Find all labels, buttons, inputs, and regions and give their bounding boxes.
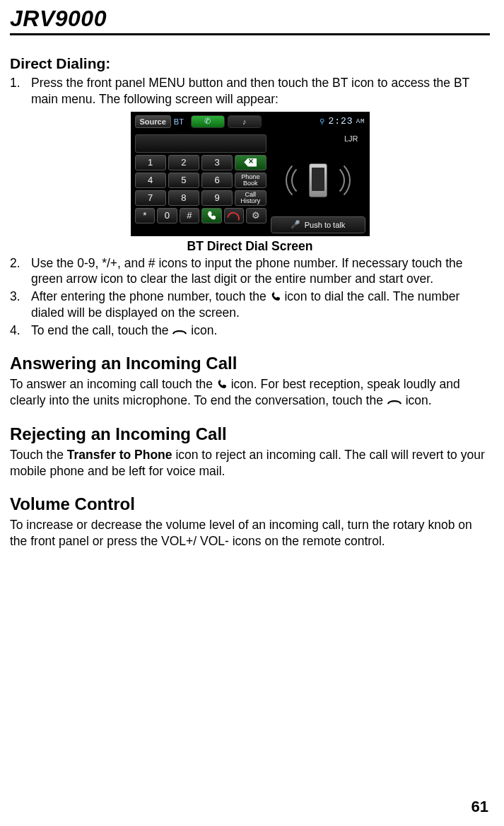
section-rejecting: Rejecting an Incoming Call Touch the Tra… [10, 424, 490, 479]
rejecting-heading: Rejecting an Incoming Call [10, 424, 490, 444]
call-icon [207, 211, 216, 220]
product-title: JRV9000 [10, 6, 490, 32]
answering-heading: Answering an Incoming Call [10, 354, 490, 373]
phone-book-key[interactable]: Phone Book [235, 173, 266, 188]
bt-label: BT [174, 117, 184, 126]
clock: ⚲ 2:23AM [320, 116, 365, 127]
music-tab[interactable]: ♪ [228, 115, 262, 128]
transfer-to-phone-bold: Transfer to Phone [67, 448, 172, 462]
call-key[interactable] [201, 208, 222, 223]
bluetooth-icon: ⚲ [320, 117, 325, 126]
push-to-talk-button[interactable]: 🎤 Push to talk [271, 216, 365, 233]
push-to-talk-label: Push to talk [305, 221, 345, 229]
list-item: 4. To end the call, touch the icon. [10, 322, 490, 339]
key-8[interactable]: 8 [168, 190, 199, 206]
source-button[interactable]: Source [135, 115, 171, 128]
end-call-key[interactable] [224, 208, 245, 223]
call-history-key[interactable]: Call History [235, 190, 266, 206]
title-bar: JRV9000 [10, 6, 490, 35]
direct-dialing-list: 1. Press the front panel MENU button and… [10, 75, 490, 107]
volume-heading: Volume Control [10, 494, 490, 514]
key-star[interactable]: * [135, 208, 156, 223]
backspace-key[interactable] [235, 155, 266, 170]
microphone-icon: 🎤 [291, 220, 300, 229]
list-number: 2. [10, 255, 31, 288]
list-text: To end the call, touch the icon. [31, 322, 217, 339]
settings-key[interactable]: ⚙ [246, 208, 266, 223]
text-part: icon. [191, 323, 217, 337]
direct-dialing-heading: Direct Dialing: [10, 55, 490, 72]
key-4[interactable]: 4 [135, 173, 166, 188]
dialpad-area: 1 2 3 4 5 6 Phone Book 7 8 9 [131, 132, 269, 236]
list-item: 2. Use the 0-9, */+, and # icons to inpu… [10, 255, 490, 288]
text-part: To end the call, touch the [31, 323, 172, 337]
list-text: Use the 0-9, */+, and # icons to input t… [31, 255, 490, 288]
key-2[interactable]: 2 [168, 155, 199, 170]
list-text: After entering the phone number, touch t… [31, 289, 490, 321]
screenshot-caption: BT Direct Dial Screen [10, 239, 490, 254]
text-part: After entering the phone number, touch t… [31, 289, 270, 303]
answering-body: To answer an incoming call touch the ico… [10, 376, 490, 409]
section-volume: Volume Control To increase or decrease t… [10, 494, 490, 549]
screenshot-body: 1 2 3 4 5 6 Phone Book 7 8 9 [131, 132, 370, 236]
key-5[interactable]: 5 [168, 173, 199, 188]
volume-body: To increase or decrease the volume level… [10, 517, 490, 549]
hang-up-icon [172, 327, 187, 336]
list-text: Press the front panel MENU button and th… [31, 75, 490, 107]
gear-icon: ⚙ [252, 210, 260, 221]
list-number: 4. [10, 322, 31, 339]
key-0[interactable]: 0 [157, 208, 177, 223]
text-part: To answer an incoming call touch the [10, 377, 216, 391]
section-answering: Answering an Incoming Call To answer an … [10, 354, 490, 409]
phone-icon: ✆ [204, 117, 211, 126]
rejecting-body: Touch the Transfer to Phone icon to reje… [10, 447, 490, 479]
clock-ampm: AM [356, 118, 365, 125]
key-6[interactable]: 6 [201, 173, 233, 188]
key-hash[interactable]: # [180, 208, 200, 223]
clock-time: 2:23 [328, 116, 353, 127]
device-panel: LJR 🎤 Push to talk [269, 132, 370, 236]
music-note-icon: ♪ [242, 117, 247, 126]
text-part: Touch the [10, 448, 67, 462]
signal-arc-icon [312, 164, 345, 197]
backspace-icon [244, 158, 257, 167]
key-7[interactable]: 7 [135, 190, 166, 206]
key-9[interactable]: 9 [201, 190, 233, 206]
key-3[interactable]: 3 [201, 155, 233, 170]
end-call-icon [227, 210, 241, 220]
section-direct-dialing: Direct Dialing: 1. Press the front panel… [10, 55, 490, 338]
device-name: LJR [344, 134, 358, 143]
text-part: icon. [406, 393, 432, 407]
phone-handset-icon [270, 291, 281, 302]
list-number: 3. [10, 289, 31, 321]
number-display [135, 134, 266, 153]
page: JRV9000 Direct Dialing: 1. Press the fro… [0, 0, 504, 826]
page-number: 61 [471, 798, 488, 816]
list-number: 1. [10, 75, 31, 107]
list-item: 3. After entering the phone number, touc… [10, 289, 490, 321]
key-1[interactable]: 1 [135, 155, 166, 170]
hang-up-icon [387, 397, 402, 406]
phone-handset-icon [216, 378, 228, 390]
bt-dial-screenshot: Source BT ✆ ♪ ⚲ 2:23AM 1 2 3 [131, 112, 370, 236]
direct-dialing-list-cont: 2. Use the 0-9, */+, and # icons to inpu… [10, 255, 490, 339]
answer-tab[interactable]: ✆ [191, 115, 225, 128]
screenshot-top-bar: Source BT ✆ ♪ ⚲ 2:23AM [131, 112, 370, 132]
phone-graphic [290, 156, 346, 205]
list-item: 1. Press the front panel MENU button and… [10, 75, 490, 107]
